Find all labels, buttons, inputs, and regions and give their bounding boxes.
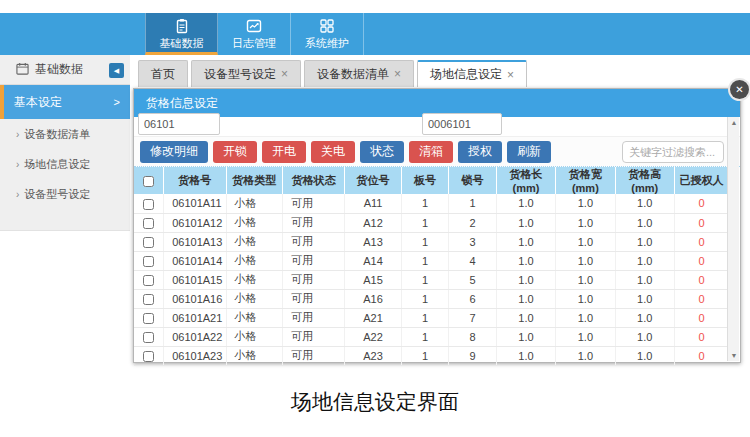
toolbar-button-1[interactable]: 开锁 [213,141,257,163]
table-cell: 1.0 [496,308,555,327]
table-cell: 小格 [226,232,282,251]
table-cell: 1.0 [556,194,615,213]
cargo-slot-info-panel: ✕ 货格信息设定 修改明细开锁开电关电状态清箱授权刷新 货格号货格类型货格状态货… [133,88,741,363]
device-code-input[interactable] [138,113,220,135]
column-header: 货格状态 [282,167,344,194]
nav-tab-basic-data[interactable]: 基础数据 [145,13,218,55]
table-cell: 0 [674,327,728,346]
table-row[interactable]: 06101A15小格可用A15151.01.01.00 [134,270,728,289]
select-all-checkbox[interactable] [143,176,154,187]
row-checkbox[interactable] [143,294,154,305]
table-cell: 1 [449,194,497,213]
column-header: 货格类型 [226,167,282,194]
table-row[interactable]: 06101A16小格可用A16161.01.01.00 [134,289,728,308]
chevron-right-icon: › [16,189,19,200]
sidebar-item-device-model-setting[interactable]: › 设备型号设定 [0,179,130,209]
table-cell: A14 [345,251,401,270]
column-header: 货格宽(mm) [556,167,615,194]
nav-tab-log-management[interactable]: 日志管理 [218,13,291,55]
table-row[interactable]: 06101A13小格可用A13131.01.01.00 [134,232,728,251]
row-checkbox[interactable] [143,275,154,286]
scroll-up-icon[interactable]: ▲ [728,119,740,126]
table-row[interactable]: 06101A23小格可用A23191.01.01.00 [134,346,728,365]
table-cell: 1 [401,346,449,365]
table-row[interactable]: 06101A22小格可用A22181.01.01.00 [134,327,728,346]
table-cell: 可用 [282,346,344,365]
toolbar-button-3[interactable]: 关电 [311,141,355,163]
close-icon[interactable]: × [281,67,288,81]
table-cell: 06101A15 [164,270,226,289]
table-cell: 1.0 [615,251,674,270]
table-row[interactable]: 06101A12小格可用A12121.01.01.00 [134,213,728,232]
table-cell: 1 [401,194,449,213]
row-checkbox[interactable] [143,351,154,362]
page-tabbar: 首页 设备型号设定 × 设备数据清单 × 场地信息设定 × [130,55,750,88]
close-icon[interactable]: × [394,67,401,81]
table-cell: 小格 [226,327,282,346]
toolbar-button-7[interactable]: 刷新 [507,141,551,163]
table-cell: 0 [674,213,728,232]
nav-tab-system-maintenance[interactable]: 系统维护 [291,13,364,55]
table-cell: 小格 [226,251,282,270]
panel-scrollbar[interactable]: ▲ ▼ [727,117,739,361]
tab-home[interactable]: 首页 [138,60,188,87]
table-cell: 小格 [226,289,282,308]
tab-site-info-setting[interactable]: 场地信息设定 × [417,60,527,87]
table-cell: 3 [449,232,497,251]
scroll-down-icon[interactable]: ▼ [728,352,740,359]
sidebar-item-site-info-setting[interactable]: › 场地信息设定 [0,149,130,179]
column-header: 货格号 [164,167,226,194]
sidebar-section-basic-settings[interactable]: 基本设定 > [0,85,130,119]
table-cell: A15 [345,270,401,289]
toolbar-button-4[interactable]: 状态 [360,141,404,163]
tab-device-model-setting[interactable]: 设备型号设定 × [191,60,301,87]
sidebar-collapse-button[interactable]: ◀ [109,63,124,78]
table-row[interactable]: 06101A14小格可用A14141.01.01.00 [134,251,728,270]
table-row[interactable]: 06101A21小格可用A21171.01.01.00 [134,308,728,327]
toolbar-button-2[interactable]: 开电 [262,141,306,163]
close-icon[interactable]: ✕ [730,80,749,99]
panel-title: 货格信息设定 [146,95,218,112]
row-checkbox[interactable] [143,256,154,267]
table-cell: 1.0 [496,232,555,251]
table-cell: A12 [345,213,401,232]
row-checkbox[interactable] [143,332,154,343]
table-cell: 1.0 [496,346,555,365]
table-cell: A21 [345,308,401,327]
row-checkbox[interactable] [143,313,154,324]
close-icon[interactable]: × [507,68,514,82]
table-cell: 小格 [226,346,282,365]
column-header: 货位号 [345,167,401,194]
table-cell: 0 [674,194,728,213]
keyword-filter-search-input[interactable] [622,141,724,163]
table-row[interactable]: 06101A11小格可用A11111.01.01.00 [134,194,728,213]
site-code-input[interactable] [422,113,502,135]
table-cell: 可用 [282,270,344,289]
table-cell: 1.0 [556,213,615,232]
toolbar-button-0[interactable]: 修改明细 [140,141,208,163]
row-checkbox[interactable] [143,218,154,229]
column-header: 已授权人 [674,167,728,194]
row-checkbox[interactable] [143,199,154,210]
tab-device-data-list[interactable]: 设备数据清单 × [304,60,414,87]
table-cell: 06101A12 [164,213,226,232]
table-cell: 1.0 [615,327,674,346]
tab-label: 设备数据清单 [317,66,389,83]
select-all-header [134,167,164,194]
sidebar-item-label: 设备数据清单 [24,127,90,142]
table-cell: 8 [449,327,497,346]
row-checkbox-cell [134,270,164,289]
table-cell: 1.0 [556,327,615,346]
top-navbar: 基础数据 日志管理 系统维护 [0,13,750,55]
sidebar-item-device-data-list[interactable]: › 设备数据清单 [0,119,130,149]
chart-icon [246,18,262,34]
toolbar-button-6[interactable]: 授权 [458,141,502,163]
toolbar-button-5[interactable]: 清箱 [409,141,453,163]
table-cell: 06101A23 [164,346,226,365]
nav-tab-label: 日志管理 [232,36,276,51]
table-cell: 1.0 [556,251,615,270]
sidebar-title: 基础数据 [35,61,83,78]
column-header: 货格高(mm) [615,167,674,194]
sidebar-header: 基础数据 ◀ [0,55,130,85]
row-checkbox[interactable] [143,237,154,248]
